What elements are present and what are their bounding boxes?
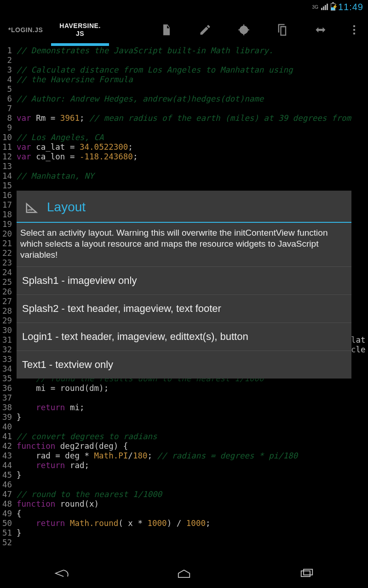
edit-icon[interactable] — [186, 14, 224, 46]
back-button[interactable] — [52, 564, 71, 585]
layout-option-splash1[interactable]: Splash1 - imageview only — [17, 266, 351, 294]
network-label: 3G — [312, 5, 318, 10]
dialog-message: Select an activity layout. Warning this … — [17, 223, 351, 266]
recents-button[interactable] — [297, 564, 316, 585]
layout-option-login1[interactable]: Login1 - text header, imageview, edittex… — [17, 322, 351, 351]
home-button[interactable] — [174, 564, 194, 585]
clock: 11:49 — [338, 2, 363, 12]
action-bar: *LOGIN.JS HAVERSINE. JS — [0, 14, 368, 46]
svg-rect-2 — [301, 571, 310, 577]
tab-haversine-js[interactable]: HAVERSINE. JS — [51, 14, 109, 46]
signal-icon — [321, 4, 328, 10]
layout-dialog: Layout Select an activity layout. Warnin… — [17, 191, 351, 379]
dialog-header: Layout — [17, 191, 351, 223]
copy-icon[interactable] — [263, 14, 302, 46]
tab-login-js[interactable]: *LOGIN.JS — [0, 14, 51, 46]
overflow-menu-icon[interactable] — [340, 14, 368, 46]
gutter: 1 2 3 4 5 6 7 8 9 10 11 12 13 14 15 16 1… — [0, 46, 14, 548]
new-file-icon[interactable] — [147, 14, 186, 46]
layout-option-text1[interactable]: Text1 - textview only — [17, 351, 351, 379]
share-icon[interactable] — [302, 14, 340, 46]
target-icon[interactable] — [224, 14, 263, 46]
svg-point-1 — [243, 29, 245, 31]
ruler-icon — [25, 200, 39, 214]
layout-option-splash2[interactable]: Splash2 - text header, imageview, text f… — [17, 294, 351, 322]
battery-icon: ⚡ — [331, 3, 335, 11]
status-bar: 3G ⚡ 11:49 — [0, 0, 368, 14]
nav-bar — [0, 560, 368, 588]
svg-rect-3 — [304, 569, 312, 575]
dialog-title: Layout — [47, 200, 86, 215]
